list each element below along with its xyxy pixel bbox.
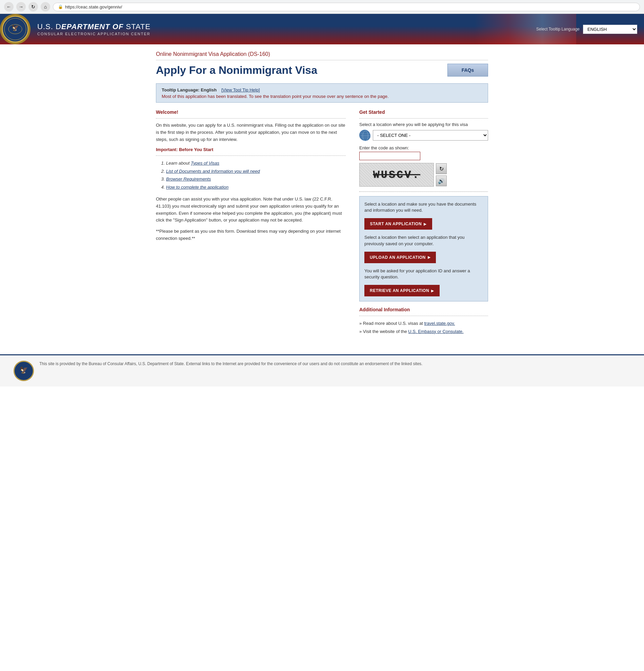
divider-welcome (156, 118, 346, 118)
list-item: How to complete the application (166, 183, 346, 191)
add-info-item: » Read more about U.S. visas at travel.s… (359, 319, 488, 327)
list-item: Browser Requirements (166, 175, 346, 183)
captcha-image: WUSCV. (359, 163, 434, 187)
add-info-item: » Visit the website of the U.S. Embassy … (359, 328, 488, 336)
location-select[interactable]: - SELECT ONE - (373, 130, 488, 141)
welcome-body1: On this website, you can apply for a U.S… (156, 122, 346, 143)
tooltip-lang-row: Tooltip Language: English [View Tool Tip… (162, 87, 482, 92)
browser-toolbar: ← → ↻ ⌂ 🔒 https://ceac.state.gov/genniv/ (0, 0, 644, 14)
svg-text:🦅: 🦅 (12, 24, 19, 31)
before-start-heading: Important: Before You Start (156, 147, 346, 152)
address-bar[interactable]: 🔒 https://ceac.state.gov/genniv/ (53, 3, 640, 11)
footer-text: This site is provided by the Bureau of C… (39, 361, 422, 367)
refresh-button[interactable]: ↻ (28, 2, 38, 12)
upload-application-row: Select a location then select an applica… (364, 235, 483, 246)
state-dept-seal: ★ 🦅 (0, 14, 30, 45)
tooltip-lang-value: English (201, 87, 218, 92)
header-text: U.S. Department of State Consular Electr… (30, 19, 157, 39)
how-to-complete-link[interactable]: How to complete the application (166, 185, 228, 190)
welcome-body2: Other people can assist you with your vi… (156, 196, 346, 224)
divider-additional (359, 316, 488, 316)
page-title-row: Apply For a Nonimmigrant Visa FAQs (156, 64, 488, 77)
list-item: Learn about Types of Visas (166, 159, 346, 167)
sub-name: Consular Electronic Application Center (37, 32, 150, 36)
captcha-input[interactable] (359, 152, 420, 160)
start-application-row: Select a location and make sure you have… (364, 201, 483, 213)
header-left: ★ 🦅 U.S. Department of State Consular El… (0, 14, 157, 45)
language-select-header[interactable]: ENGLISH SPANISH FRENCH PORTUGUESE CHINES… (583, 25, 637, 34)
main-content: Online Nonimmigrant Visa Application (DS… (143, 45, 501, 347)
additional-info: Additional Information » Read more about… (359, 307, 488, 336)
additional-info-heading: Additional Information (359, 307, 488, 312)
get-started-section: Get Started Select a location where you … (359, 110, 488, 336)
retrieve-application-button[interactable]: RETRIEVE AN APPLICATION (364, 285, 439, 296)
before-start-list: Learn about Types of Visas List of Docum… (166, 159, 346, 191)
embassy-link[interactable]: U.S. Embassy or Consulate. (408, 329, 463, 334)
action-section: Select a location and make sure you have… (359, 196, 488, 302)
view-help-link[interactable]: [View Tool Tip Help] (221, 87, 260, 92)
two-col-layout: Welcome! On this website, you can apply … (156, 110, 488, 341)
header-right: Select Tooltip Language ENGLISH SPANISH … (530, 21, 644, 37)
retrieve-application-desc: You will be asked for your application I… (364, 268, 483, 280)
travel-state-link[interactable]: travel.state.gov. (424, 321, 455, 326)
forward-button[interactable]: → (16, 2, 26, 12)
home-button[interactable]: ⌂ (41, 2, 50, 12)
page-title: Apply For a Nonimmigrant Visa (156, 64, 317, 77)
tooltip-lang-header-label: Select Tooltip Language (536, 27, 580, 31)
documents-list-link[interactable]: List of Documents and Information you wi… (166, 169, 260, 174)
location-row: - SELECT ONE - (359, 130, 488, 141)
info-banner: Tooltip Language: English [View Tool Tip… (156, 83, 488, 103)
svg-text:🦅: 🦅 (20, 366, 28, 374)
captcha-section: Enter the code as shown: WUSCV. ↻ 🔊 (359, 145, 488, 187)
list-item: List of Documents and Information you wi… (166, 167, 346, 175)
right-col: Get Started Select a location where you … (359, 110, 488, 341)
get-started-heading: Get Started (359, 110, 488, 115)
additional-info-list: » Read more about U.S. visas at travel.s… (359, 319, 488, 336)
upload-application-desc: Select a location then select an applica… (364, 235, 483, 246)
site-header: ★ 🦅 U.S. Department of State Consular El… (0, 14, 644, 45)
retrieve-application-row: You will be asked for your application I… (364, 268, 483, 280)
dept-name: U.S. Department of State (37, 22, 150, 31)
page-subtitle: Online Nonimmigrant Visa Application (DS… (156, 51, 488, 60)
faq-button[interactable]: FAQs (447, 64, 488, 77)
url-text: https://ceac.state.gov/genniv/ (65, 4, 122, 10)
types-of-visas-link[interactable]: Types of Visas (191, 161, 219, 166)
browser-requirements-link[interactable]: Browser Requirements (166, 176, 211, 181)
captcha-row: WUSCV. ↻ 🔊 (359, 163, 488, 187)
lock-icon: 🔒 (58, 4, 63, 9)
welcome-heading: Welcome! (156, 110, 346, 115)
site-footer: 🦅 This site is provided by the Bureau of… (0, 354, 644, 387)
captcha-refresh-button[interactable]: ↻ (436, 163, 447, 174)
translation-note: Most of this application has been transl… (162, 94, 482, 99)
back-button[interactable]: ← (4, 2, 14, 12)
divider-get-started (359, 118, 488, 118)
start-application-desc: Select a location and make sure you have… (364, 201, 483, 213)
divider-before-start (156, 155, 346, 156)
left-col: Welcome! On this website, you can apply … (156, 110, 352, 341)
footer-seal: 🦅 (14, 361, 34, 381)
captcha-label: Enter the code as shown: (359, 145, 488, 150)
location-label: Select a location where you will be appl… (359, 122, 488, 127)
start-application-button[interactable]: START AN APPLICATION (364, 218, 432, 230)
captcha-audio-button[interactable]: 🔊 (436, 176, 447, 186)
welcome-body3: **Please be patient as you use this form… (156, 228, 346, 242)
globe-icon (359, 130, 370, 141)
tooltip-lang-label: Tooltip Language: (162, 87, 201, 92)
upload-application-button[interactable]: UPLOAD AN APPLICATION (364, 252, 436, 263)
captcha-controls: ↻ 🔊 (436, 163, 447, 186)
right-col-divider (359, 191, 488, 192)
